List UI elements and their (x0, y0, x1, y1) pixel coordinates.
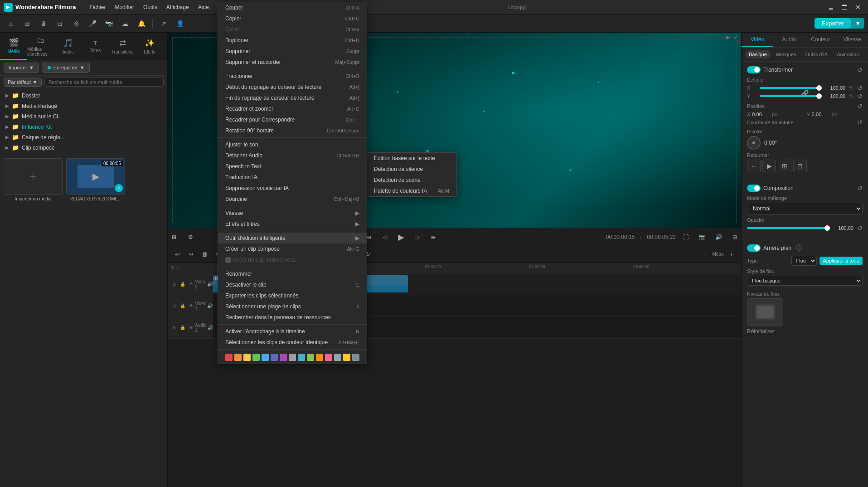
ctx-dupliquer[interactable]: Dupliquer Ctrl+D (218, 35, 367, 46)
tab-video[interactable]: Vidéo (742, 33, 773, 47)
flip-rot-button[interactable]: ⊞ (778, 160, 791, 172)
sub-tab-basique[interactable]: Basique (745, 50, 771, 58)
trajectory-icon[interactable]: ↺ (857, 119, 863, 126)
ctx-supprimer[interactable]: Supprimer Suppr (218, 46, 367, 57)
color-swatch-gray[interactable] (289, 354, 296, 361)
flip-h-button[interactable]: ↔ (747, 160, 761, 172)
ctx-desactiver[interactable]: Désactiver le clip E (218, 279, 367, 290)
export-dropdown-button[interactable]: ▼ (851, 18, 864, 29)
toolbar-camera[interactable]: 📷 (102, 16, 116, 31)
toolbar-split[interactable]: ⊟ (53, 16, 67, 31)
ctx-detection-scene[interactable]: Détection de scène (367, 175, 456, 185)
ctx-edition-texte[interactable]: Édition basée sur le texte (367, 153, 456, 164)
ctx-selectionner-plage[interactable]: Sélectionner une plage de clips X (218, 301, 367, 312)
preview-zoom-icon[interactable]: ⊞ (726, 34, 730, 40)
tab-vitesse[interactable]: Vitesse (836, 33, 868, 47)
sub-tab-outils-ia[interactable]: Outils d'IA (801, 50, 831, 58)
menu-outils[interactable]: Outils (139, 0, 162, 15)
toolbar-user[interactable]: 👤 (173, 16, 187, 31)
folder-dossier[interactable]: ▶ 📁 Dossier (0, 90, 167, 101)
ctx-traduction-ia[interactable]: Traduction IA (218, 172, 367, 183)
ctx-sourdine[interactable]: Sourdine Ctrl+Maj+M (218, 194, 367, 205)
maximize-button[interactable]: 🗖 (838, 1, 851, 14)
track-add-icon[interactable]: ⊕ (170, 324, 178, 331)
color-swatch-indigo[interactable] (271, 354, 278, 361)
menu-affichage[interactable]: Affichage (162, 0, 194, 15)
sub-tab-masques[interactable]: Masques (772, 50, 800, 58)
flip-rot2-button[interactable]: ⊡ (793, 160, 807, 172)
zoom-in-icon[interactable]: + (726, 248, 737, 260)
color-swatch-orange[interactable] (234, 354, 242, 361)
reset-button[interactable]: Réinitialiser (747, 328, 775, 335)
ctx-recadrer-correspondre[interactable]: Recadrer pour Correspondre Ctrl+F (218, 114, 367, 125)
scale-x-slider[interactable] (760, 87, 819, 89)
media-item-import[interactable]: + Importer un média (4, 158, 63, 201)
preview-settings-icon[interactable]: ⚙ (184, 231, 197, 244)
tab-transitions[interactable]: ⇄ Transitions (109, 33, 136, 60)
folder-media-cl[interactable]: ▶ 📁 Média sur le Cl... (0, 111, 167, 122)
toolbar-home[interactable]: ⌂ (4, 16, 18, 31)
import-button[interactable]: Importer ▼ (4, 63, 39, 73)
folder-influence-kit[interactable]: ▶ 📁 Influence Kit (0, 122, 167, 132)
scale-y-thumb[interactable] (816, 93, 822, 99)
color-swatch-steel[interactable] (352, 354, 359, 361)
ctx-rechercher-panneau[interactable]: Rechercher dans le panneau de ressources (218, 312, 367, 323)
composition-toggle[interactable] (747, 185, 761, 192)
ctx-fin-rognage[interactable]: Fin du rognage au curseur de lecture Alt… (218, 93, 367, 103)
color-swatch-pink[interactable] (325, 354, 332, 361)
ctx-accrochage[interactable]: Activer l'Accrochage à la timeline N (218, 326, 367, 337)
color-swatch-blue-gray[interactable] (334, 354, 341, 361)
zoom-out-icon[interactable]: − (698, 248, 710, 260)
ctx-detacher-audio[interactable]: Détacher Audio Ctrl+Alt+D (218, 150, 367, 161)
delete-icon[interactable]: 🗑 (199, 248, 210, 260)
snapshot-icon[interactable]: 📷 (696, 231, 708, 244)
skip-end-icon[interactable]: ⏭ (427, 231, 440, 244)
toolbar-cloud[interactable]: ☁ (118, 16, 132, 31)
opacity-slider[interactable] (747, 227, 827, 229)
track-lock-icon[interactable]: 🔒 (179, 324, 186, 331)
ctx-outil-edition[interactable]: Outil d'édition intelligente ▶ (218, 233, 367, 244)
bg-info-icon[interactable]: ⓘ (796, 244, 802, 252)
tab-audio[interactable]: Audio (773, 33, 805, 47)
media-item-recadrer[interactable]: ▶ 00:08:05 ✓ RECADRER et ZOOME... (66, 158, 125, 201)
pivot-circle[interactable] (747, 136, 761, 150)
color-swatch-green[interactable] (252, 354, 260, 361)
folder-media-partage[interactable]: ▶ 📁 Média Partagé (0, 101, 167, 111)
ctx-detection-silence[interactable]: Détection de silence (367, 164, 456, 175)
ctx-renommer[interactable]: Renommer (218, 268, 367, 279)
scale-x-reset-icon[interactable]: ↺ (857, 84, 863, 92)
track-audio-icon[interactable]: 🔊 (206, 281, 213, 288)
ctx-clip-compose[interactable]: Créer un clip composé Alt+G (218, 244, 367, 254)
play-button[interactable]: ▶ (395, 231, 407, 244)
ctx-supprimer-raccorder[interactable]: Supprimer et raccorder Maj+Suppr (218, 57, 367, 68)
search-input[interactable] (44, 78, 164, 87)
track-eye-icon[interactable]: 👁 (188, 324, 195, 331)
folder-calque[interactable]: ▶ 📁 Calque de règla... (0, 132, 167, 142)
track-lock-icon[interactable]: 🔒 (179, 302, 186, 310)
ctx-effets-filtres[interactable]: Effets et filtres ▶ (218, 219, 367, 229)
redo-icon[interactable]: ↪ (185, 248, 197, 260)
ctx-vitesse[interactable]: Vitesse ▶ (218, 208, 367, 219)
ctx-clips-couleur[interactable]: Sélectionnez les clips de couleur identi… (218, 337, 367, 348)
ctx-rotation[interactable]: Rotation 90° horaire Ctrl+Alt+Droite (218, 125, 367, 136)
folder-clip-compose[interactable]: ▶ 📁 Clip composé (0, 142, 167, 153)
color-swatch-yellow[interactable] (243, 354, 251, 361)
minimize-button[interactable]: 🗕 (824, 1, 837, 14)
tab-audio[interactable]: 🎵 Audio (54, 33, 82, 60)
opacity-reset-icon[interactable]: ↺ (857, 224, 863, 232)
track-add-icon[interactable]: ⊕ (170, 281, 178, 288)
color-swatch-purple[interactable] (280, 354, 287, 361)
color-swatch-red[interactable] (225, 354, 233, 361)
ctx-suppression-vocale[interactable]: Suppression vocale par IA (218, 183, 367, 194)
sort-button[interactable]: Par défaut ▼ (4, 78, 42, 87)
blend-select[interactable]: Normal (747, 203, 863, 214)
scale-y-reset-icon[interactable]: ↺ (857, 93, 863, 100)
ctx-couper[interactable]: Couper Ctrl+X (218, 2, 367, 13)
menu-modifier[interactable]: Modifier (110, 0, 139, 15)
tab-effets[interactable]: ✨ Effets (136, 33, 163, 60)
color-swatch-gold[interactable] (343, 354, 350, 361)
track-options-icon[interactable]: ≡ (176, 265, 179, 271)
opacity-thumb[interactable] (824, 225, 830, 231)
close-button[interactable]: ✕ (852, 1, 864, 14)
composition-reset-icon[interactable]: ↺ (857, 185, 863, 192)
